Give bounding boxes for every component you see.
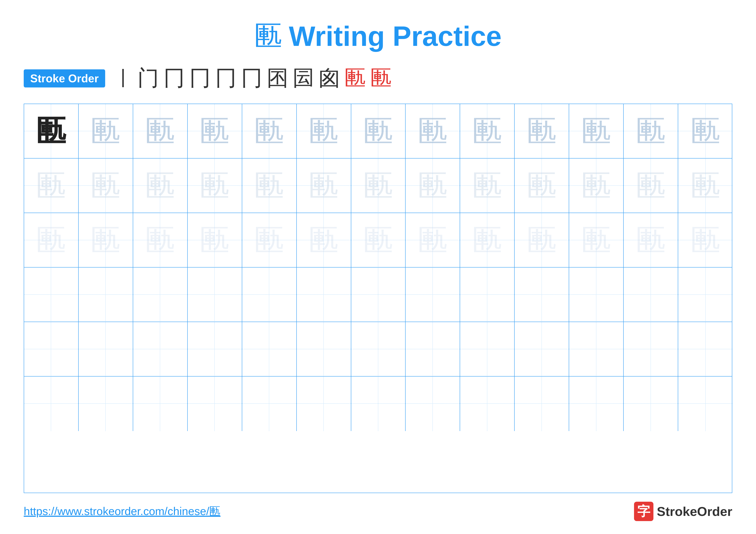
grid-cell[interactable]: 匭: [79, 159, 133, 213]
grid-cell[interactable]: [678, 267, 733, 322]
stroke-9: 囪: [318, 64, 340, 93]
grid-cell[interactable]: 匭: [133, 159, 188, 213]
grid-cell[interactable]: 匭: [624, 104, 678, 159]
footer-url[interactable]: https://www.strokeorder.com/chinese/匭: [24, 504, 221, 519]
grid-cell[interactable]: 匭: [569, 213, 624, 267]
grid-cell[interactable]: [351, 376, 406, 431]
grid-cell[interactable]: 匭: [678, 104, 733, 159]
stroke-8: 囩: [293, 64, 314, 93]
grid-cell[interactable]: [406, 322, 460, 376]
grid-cell[interactable]: [351, 322, 406, 376]
character-guide: 匭: [200, 116, 230, 146]
grid-cell[interactable]: 匭: [515, 159, 569, 213]
grid-cell[interactable]: 匭: [678, 159, 733, 213]
character-guide: 匭: [91, 225, 121, 255]
grid-cell[interactable]: 匭: [515, 213, 569, 267]
grid-cell[interactable]: [569, 322, 624, 376]
grid-cell[interactable]: 匭: [515, 104, 569, 159]
grid-cell[interactable]: 匭: [624, 213, 678, 267]
grid-cell[interactable]: [188, 322, 242, 376]
title-character: 匭: [254, 17, 282, 55]
grid-cell[interactable]: 匭: [678, 213, 733, 267]
grid-cell[interactable]: 匭: [79, 104, 133, 159]
grid-cell[interactable]: [133, 322, 188, 376]
grid-cell[interactable]: [242, 267, 297, 322]
character-guide: 匭: [36, 171, 66, 201]
grid-cell[interactable]: [79, 322, 133, 376]
grid-cell[interactable]: [678, 322, 733, 376]
grid-cell[interactable]: [133, 267, 188, 322]
footer-logo: 字 StrokeOrder: [634, 502, 732, 521]
grid-cell[interactable]: 匭: [242, 159, 297, 213]
grid-cell[interactable]: 匭: [460, 213, 515, 267]
grid-cell[interactable]: 匭: [569, 159, 624, 213]
grid-cell[interactable]: 匭: [188, 104, 242, 159]
grid-cell[interactable]: 匭: [406, 104, 460, 159]
page-title: Writing Practice: [289, 20, 501, 52]
grid-cell[interactable]: [79, 376, 133, 431]
grid-cell[interactable]: 匭: [297, 159, 351, 213]
character-guide: 匭: [418, 116, 448, 146]
grid-cell[interactable]: [515, 376, 569, 431]
stroke-order-section: Stroke Order 丨 门 冂 冂 冂 冂 囨 囩 囪 匭 匭: [17, 64, 739, 93]
grid-cell[interactable]: [406, 267, 460, 322]
grid-cell[interactable]: 匭: [624, 159, 678, 213]
stroke-4: 冂: [189, 64, 211, 93]
grid-cell[interactable]: 匭: [460, 104, 515, 159]
grid-cell[interactable]: [624, 322, 678, 376]
grid-cell[interactable]: 匭: [24, 213, 79, 267]
character-guide: 匭: [309, 171, 339, 201]
grid-cell[interactable]: 匭: [188, 213, 242, 267]
grid-cell[interactable]: 匭: [406, 159, 460, 213]
grid-cell[interactable]: [188, 267, 242, 322]
grid-row-3: 匭 匭 匭 匭 匭 匭 匭 匭 匭 匭 匭 匭 匭: [24, 213, 732, 267]
grid-cell[interactable]: [297, 267, 351, 322]
grid-cell[interactable]: [24, 267, 79, 322]
grid-cell[interactable]: [242, 322, 297, 376]
grid-cell[interactable]: 匭: [79, 213, 133, 267]
character-guide: 匭: [145, 171, 175, 201]
grid-cell[interactable]: 匭: [406, 213, 460, 267]
grid-cell[interactable]: 匭: [297, 104, 351, 159]
grid-cell[interactable]: 匭: [24, 159, 79, 213]
logo-icon: 字: [634, 502, 653, 521]
grid-cell[interactable]: [460, 376, 515, 431]
grid-cell[interactable]: 匭: [460, 159, 515, 213]
grid-cell[interactable]: [242, 376, 297, 431]
grid-cell[interactable]: [188, 376, 242, 431]
grid-cell[interactable]: [678, 376, 733, 431]
grid-cell[interactable]: [351, 267, 406, 322]
grid-cell[interactable]: [624, 376, 678, 431]
grid-cell[interactable]: [79, 267, 133, 322]
grid-cell[interactable]: 匭: [242, 213, 297, 267]
grid-cell[interactable]: [133, 376, 188, 431]
grid-cell[interactable]: [297, 376, 351, 431]
grid-cell[interactable]: [569, 267, 624, 322]
character-guide: 匭: [418, 171, 448, 201]
grid-cell[interactable]: 匭: [242, 104, 297, 159]
grid-cell[interactable]: 匭: [351, 159, 406, 213]
grid-cell[interactable]: 匭: [351, 104, 406, 159]
grid-cell[interactable]: [24, 376, 79, 431]
character-guide: 匭: [363, 116, 393, 146]
logo-text: StrokeOrder: [657, 504, 732, 519]
grid-cell[interactable]: 匭: [351, 213, 406, 267]
grid-cell[interactable]: [624, 267, 678, 322]
grid-cell[interactable]: [406, 376, 460, 431]
grid-cell[interactable]: 匭: [569, 104, 624, 159]
character-guide: 匭: [145, 225, 175, 255]
grid-cell[interactable]: [515, 322, 569, 376]
grid-cell[interactable]: 匭: [188, 159, 242, 213]
grid-cell[interactable]: 匭: [24, 104, 79, 159]
grid-cell[interactable]: [460, 267, 515, 322]
grid-cell[interactable]: [460, 322, 515, 376]
grid-cell[interactable]: 匭: [297, 213, 351, 267]
grid-cell[interactable]: 匭: [133, 104, 188, 159]
grid-cell[interactable]: [569, 376, 624, 431]
character-guide: 匭: [636, 171, 666, 201]
grid-cell[interactable]: [515, 267, 569, 322]
practice-grid: 匭 匭 匭 匭 匭 匭 匭 匭 匭 匭 匭 匭 匭 匭 匭 匭 匭 匭 匭 匭 …: [24, 104, 732, 493]
grid-cell[interactable]: 匭: [133, 213, 188, 267]
grid-cell[interactable]: [24, 322, 79, 376]
grid-cell[interactable]: [297, 322, 351, 376]
